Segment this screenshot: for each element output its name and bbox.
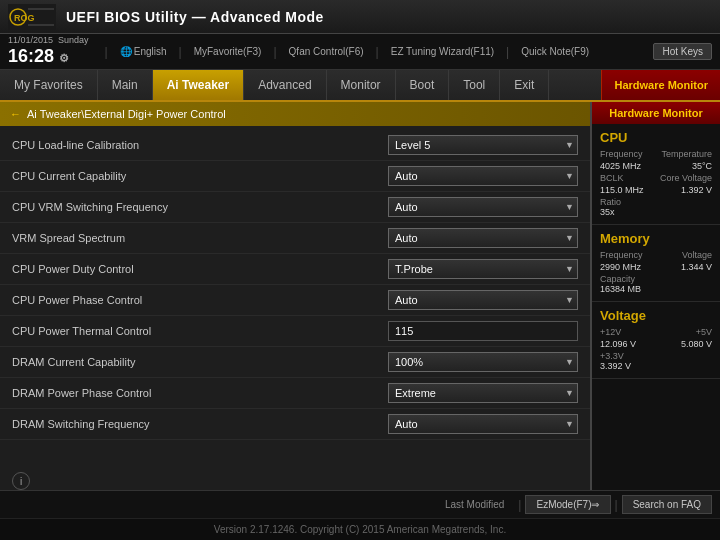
ez-mode-button[interactable]: EzMode(F7)⇒ — [525, 495, 610, 514]
setting-row-cpu-thermal: CPU Power Thermal Control — [0, 316, 590, 347]
breadcrumb-text: Ai Tweaker\External Digi+ Power Control — [27, 108, 226, 120]
dram-switching-select[interactable]: Auto — [388, 414, 578, 434]
nav-advanced[interactable]: Advanced — [244, 70, 326, 100]
setting-control-dram-switching[interactable]: Auto ▼ — [388, 414, 578, 434]
cpu-phase-select[interactable]: Auto — [388, 290, 578, 310]
svg-text:ROG: ROG — [14, 13, 35, 23]
hw-cpu-freq-label: Frequency — [600, 149, 643, 159]
setting-control-cpu-duty[interactable]: T.Probe Extreme ▼ — [388, 259, 578, 279]
info-circle-button[interactable]: i — [12, 472, 30, 490]
hw-cpu-vcore-value: 1.392 V — [681, 185, 712, 195]
setting-row-cpu-phase: CPU Power Phase Control Auto ▼ — [0, 285, 590, 316]
language-selector[interactable]: 🌐 English — [120, 46, 167, 57]
setting-label-cpu-vrm: CPU VRM Switching Frequency — [12, 201, 388, 213]
nav-my-favorites[interactable]: My Favorites — [0, 70, 98, 100]
hw-volt-12-row: +12V +5V — [600, 327, 712, 337]
footer-text: Version 2.17.1246. Copyright (C) 2015 Am… — [214, 524, 506, 535]
hw-cpu-bclk-label: BCLK — [600, 173, 624, 183]
dram-current-select[interactable]: 100% — [388, 352, 578, 372]
bottom-bar: Last Modified | EzMode(F7)⇒ | Search on … — [0, 490, 720, 518]
setting-row-cpu-loadline: CPU Load-line Calibration Level 5 Level … — [0, 130, 590, 161]
setting-control-dram-current[interactable]: 100% ▼ — [388, 352, 578, 372]
breadcrumb[interactable]: ← Ai Tweaker\External Digi+ Power Contro… — [0, 102, 590, 126]
hw-voltage-title: Voltage — [600, 308, 712, 323]
setting-row-cpu-current: CPU Current Capability Auto ▼ — [0, 161, 590, 192]
setting-label-dram-phase: DRAM Power Phase Control — [12, 387, 388, 399]
date-display: 11/01/2015 Sunday — [8, 35, 89, 46]
hw-cpu-freq-val-row: 4025 MHz 35°C — [600, 161, 712, 171]
vrm-spread-select[interactable]: Auto — [388, 228, 578, 248]
hw-monitor-title: Hardware Monitor — [592, 102, 720, 124]
gear-icon[interactable]: ⚙ — [59, 52, 69, 64]
nav-bar: My Favorites Main Ai Tweaker Advanced Mo… — [0, 70, 720, 102]
hw-cpu-freq-value: 4025 MHz — [600, 161, 641, 171]
main-content: ← Ai Tweaker\External Digi+ Power Contro… — [0, 102, 720, 490]
qfan-btn[interactable]: Qfan Control(F6) — [289, 46, 364, 57]
hw-memory-section: Memory Frequency Voltage 2990 MHz 1.344 … — [592, 225, 720, 302]
setting-control-cpu-phase[interactable]: Auto ▼ — [388, 290, 578, 310]
last-modified-label: Last Modified — [435, 496, 514, 513]
setting-label-dram-current: DRAM Current Capability — [12, 356, 388, 368]
hw-voltage-section: Voltage +12V +5V 12.096 V 5.080 V +3.3V … — [592, 302, 720, 379]
back-arrow-icon[interactable]: ← — [10, 108, 21, 120]
cpu-duty-select[interactable]: T.Probe Extreme — [388, 259, 578, 279]
time-display: 16:28 ⚙ — [8, 46, 89, 68]
hw-cpu-ratio-label: Ratio — [600, 197, 712, 207]
nav-tool[interactable]: Tool — [449, 70, 500, 100]
hot-keys-button[interactable]: Hot Keys — [653, 43, 712, 60]
hw-mem-freq-value: 2990 MHz — [600, 262, 641, 272]
nav-monitor[interactable]: Monitor — [327, 70, 396, 100]
hw-volt-12-val-row: 12.096 V 5.080 V — [600, 339, 712, 349]
dram-phase-select[interactable]: Extreme Auto — [388, 383, 578, 403]
hw-volt-33-value: 3.392 V — [600, 361, 712, 371]
cpu-vrm-select[interactable]: Auto — [388, 197, 578, 217]
hw-mem-freq-label: Frequency — [600, 250, 643, 260]
quick-note-btn[interactable]: Quick Note(F9) — [521, 46, 589, 57]
bios-title: UEFI BIOS Utility — Advanced Mode — [66, 9, 324, 25]
hw-cpu-bclk-val-row: 115.0 MHz 1.392 V — [600, 185, 712, 195]
cpu-loadline-select[interactable]: Level 5 Level 1Level 2Level 3Level 4 — [388, 135, 578, 155]
hw-memory-title: Memory — [600, 231, 712, 246]
nav-ai-tweaker[interactable]: Ai Tweaker — [153, 70, 244, 100]
title-bar: ROG UEFI BIOS Utility — Advanced Mode — [0, 0, 720, 34]
footer: Version 2.17.1246. Copyright (C) 2015 Am… — [0, 518, 720, 540]
my-favorite-btn[interactable]: MyFavorite(F3) — [194, 46, 262, 57]
hw-volt-12-value: 12.096 V — [600, 339, 636, 349]
setting-label-cpu-phase: CPU Power Phase Control — [12, 294, 388, 306]
hardware-monitor-tab[interactable]: Hardware Monitor — [601, 70, 720, 100]
setting-control-dram-phase[interactable]: Extreme Auto ▼ — [388, 383, 578, 403]
setting-row-dram-current: DRAM Current Capability 100% ▼ — [0, 347, 590, 378]
hw-volt-5-label: +5V — [696, 327, 712, 337]
hw-mem-volt-value: 1.344 V — [681, 262, 712, 272]
cpu-thermal-input[interactable] — [388, 321, 578, 341]
info-bar: 11/01/2015 Sunday 16:28 ⚙ | 🌐 English | … — [0, 34, 720, 70]
nav-main[interactable]: Main — [98, 70, 153, 100]
setting-control-cpu-current[interactable]: Auto ▼ — [388, 166, 578, 186]
cpu-current-select[interactable]: Auto — [388, 166, 578, 186]
setting-control-cpu-loadline[interactable]: Level 5 Level 1Level 2Level 3Level 4 ▼ — [388, 135, 578, 155]
hw-cpu-title: CPU — [600, 130, 712, 145]
search-faq-button[interactable]: Search on FAQ — [622, 495, 712, 514]
setting-control-cpu-vrm[interactable]: Auto ▼ — [388, 197, 578, 217]
ez-tuning-btn[interactable]: EZ Tuning Wizard(F11) — [391, 46, 494, 57]
hw-cpu-freq-row: Frequency Temperature — [600, 149, 712, 159]
setting-row-cpu-duty: CPU Power Duty Control T.Probe Extreme ▼ — [0, 254, 590, 285]
hw-cpu-temp-value: 35°C — [692, 161, 712, 171]
nav-exit[interactable]: Exit — [500, 70, 549, 100]
hw-cpu-bclk-row: BCLK Core Voltage — [600, 173, 712, 183]
setting-label-cpu-duty: CPU Power Duty Control — [12, 263, 388, 275]
hw-volt-33-label: +3.3V — [600, 351, 712, 361]
setting-control-vrm-spread[interactable]: Auto ▼ — [388, 228, 578, 248]
hw-mem-volt-label: Voltage — [682, 250, 712, 260]
setting-label-cpu-loadline: CPU Load-line Calibration — [12, 139, 388, 151]
nav-boot[interactable]: Boot — [396, 70, 450, 100]
hw-mem-freq-val-row: 2990 MHz 1.344 V — [600, 262, 712, 272]
globe-icon: 🌐 — [120, 46, 132, 57]
setting-row-vrm-spread: VRM Spread Spectrum Auto ▼ — [0, 223, 590, 254]
hw-cpu-bclk-value: 115.0 MHz — [600, 185, 644, 195]
hw-volt-12-label: +12V — [600, 327, 621, 337]
setting-row-cpu-vrm: CPU VRM Switching Frequency Auto ▼ — [0, 192, 590, 223]
hw-cpu-vcore-label: Core Voltage — [660, 173, 712, 183]
setting-label-dram-switching: DRAM Switching Frequency — [12, 418, 388, 430]
hw-mem-freq-row: Frequency Voltage — [600, 250, 712, 260]
